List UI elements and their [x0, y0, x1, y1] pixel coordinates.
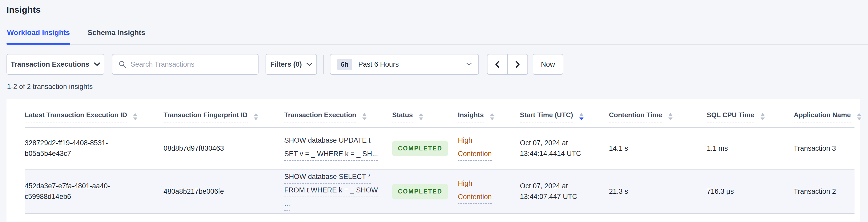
column-header-sql-cpu-time[interactable]: SQL CPU Time — [707, 111, 794, 122]
insights-page: Insights Workload Insights Schema Insigh… — [0, 4, 868, 222]
column-header-label: Start Time (UTC) — [520, 111, 573, 122]
chevron-down-icon — [466, 63, 472, 66]
sort-icons — [669, 113, 673, 120]
transaction-execution-link[interactable]: SET v = _ WHERE k = _ SH... — [284, 149, 378, 161]
page-title: Insights — [6, 4, 868, 15]
time-range-pager — [487, 54, 528, 75]
sort-desc-icon — [761, 118, 765, 120]
sort-asc-icon — [490, 113, 494, 116]
latest-transaction-execution-id-cell: 328729d2-ff19-4408-8531-b05a5b4e43c7 — [25, 138, 163, 159]
sort-desc-icon-active — [579, 118, 584, 120]
sort-asc-icon — [419, 113, 423, 116]
insights-cell: High Contention — [458, 178, 520, 205]
status-badge: COMPLETED — [392, 184, 448, 199]
sort-asc-icon — [254, 113, 258, 116]
sort-desc-icon — [133, 118, 137, 120]
insights-table-card: Latest Transaction Execution ID Transact… — [6, 99, 860, 222]
high-contention-link[interactable]: High — [458, 178, 472, 190]
transaction-execution-link[interactable]: FROM t WHERE k = _ SHOW — [284, 185, 378, 197]
search-box[interactable] — [112, 54, 258, 75]
sort-icons — [857, 113, 861, 120]
sort-icons — [254, 113, 258, 120]
transaction-execution-cell: SHOW database SELECT * FROM t WHERE k = … — [284, 171, 392, 212]
sort-asc-icon — [362, 113, 367, 116]
next-time-range-button[interactable] — [507, 54, 528, 75]
chevron-right-icon — [515, 60, 520, 68]
start-time-cell: Oct 07, 2024 at 13:44:14.4414 UTC — [520, 138, 609, 159]
column-header-transaction-fingerprint-id[interactable]: Transaction Fingerprint ID — [163, 111, 284, 122]
search-icon — [119, 60, 126, 68]
contention-time-cell: 14.1 s — [609, 143, 707, 154]
tab-workload-insights[interactable]: Workload Insights — [6, 29, 70, 44]
filters-dropdown[interactable]: Filters (0) — [266, 54, 317, 75]
sort-icons — [761, 113, 765, 120]
sql-cpu-time-cell: 716.3 µs — [707, 186, 794, 197]
high-contention-link[interactable]: Contention — [458, 149, 492, 161]
sort-desc-icon — [669, 118, 673, 120]
column-header-label: Application Name — [794, 111, 851, 122]
sort-desc-icon — [419, 118, 423, 120]
results-count: 1-2 of 2 transaction insights — [7, 83, 868, 91]
previous-time-range-button[interactable] — [487, 54, 508, 75]
high-contention-link[interactable]: Contention — [458, 192, 492, 204]
sort-asc-icon — [857, 113, 861, 116]
tab-bar: Workload Insights Schema Insights — [6, 29, 868, 44]
column-header-contention-time[interactable]: Contention Time — [609, 111, 707, 122]
table-row: 328729d2-ff19-4408-8531-b05a5b4e43c7 08d… — [25, 128, 855, 169]
sort-asc-icon — [669, 113, 673, 116]
transaction-execution-link[interactable]: SHOW database UPDATE t — [284, 135, 371, 147]
status-cell: COMPLETED — [392, 184, 458, 199]
insights-cell: High Contention — [458, 135, 520, 162]
column-header-label: Contention Time — [609, 111, 662, 122]
column-header-label: Insights — [458, 111, 484, 122]
column-header-latest-transaction-execution-id[interactable]: Latest Transaction Execution ID — [25, 111, 163, 122]
sort-icons — [419, 113, 423, 120]
application-name-cell: Transaction 3 — [794, 143, 855, 154]
time-range-picker[interactable]: 6h Past 6 Hours — [330, 54, 479, 75]
column-header-insights[interactable]: Insights — [458, 111, 520, 122]
column-header-start-time[interactable]: Start Time (UTC) — [520, 111, 609, 122]
tab-schema-insights[interactable]: Schema Insights — [87, 29, 146, 44]
column-header-transaction-execution[interactable]: Transaction Execution — [284, 111, 392, 122]
chevron-left-icon — [495, 60, 500, 68]
sql-cpu-time-cell: 1.1 ms — [707, 143, 794, 154]
transaction-execution-link[interactable]: ... — [284, 198, 290, 211]
transaction-type-dropdown-label: Transaction Executions — [11, 60, 89, 68]
transaction-execution-link[interactable]: SHOW database SELECT * — [284, 171, 371, 184]
column-header-label: Transaction Execution — [284, 111, 356, 122]
sort-icons — [490, 113, 494, 120]
column-header-status[interactable]: Status — [392, 111, 458, 122]
sort-icons — [133, 113, 137, 120]
sort-desc-icon — [490, 118, 494, 120]
transaction-fingerprint-id-cell: 480a8b217be006fe — [163, 186, 284, 197]
sort-icons — [579, 113, 584, 120]
table-header-row: Latest Transaction Execution ID Transact… — [25, 99, 855, 128]
application-name-cell: Transaction 2 — [794, 186, 855, 197]
search-input[interactable] — [130, 60, 253, 68]
high-contention-link[interactable]: High — [458, 135, 472, 147]
status-cell: COMPLETED — [392, 140, 458, 156]
column-header-label: SQL CPU Time — [707, 111, 754, 122]
column-header-label: Transaction Fingerprint ID — [163, 111, 248, 122]
time-range-label: Past 6 Hours — [358, 60, 399, 68]
start-time-cell: Oct 07, 2024 at 13:44:07.447 UTC — [520, 181, 609, 202]
sort-asc-icon — [133, 113, 137, 116]
filters-dropdown-label: Filters (0) — [270, 60, 302, 68]
table-row: 452da3e7-e7fa-4801-aa40-c59988d14eb6 480… — [25, 169, 855, 214]
transaction-type-dropdown[interactable]: Transaction Executions — [6, 54, 104, 75]
chevron-down-icon — [307, 63, 312, 66]
sort-asc-icon — [579, 113, 584, 116]
column-header-label: Status — [392, 111, 413, 122]
controls-divider — [323, 55, 324, 74]
transaction-fingerprint-id-cell: 08d8b7d97f830463 — [163, 143, 284, 154]
sort-desc-icon — [254, 118, 258, 120]
contention-time-cell: 21.3 s — [609, 186, 707, 197]
column-header-application-name[interactable]: Application Name — [794, 111, 855, 122]
sort-icons — [362, 113, 367, 120]
controls-row: Transaction Executions Filters (0) 6h Pa… — [6, 54, 868, 75]
sort-desc-icon — [857, 118, 861, 120]
transaction-execution-cell: SHOW database UPDATE t SET v = _ WHERE k… — [284, 135, 392, 162]
chevron-down-icon — [94, 63, 100, 66]
sort-asc-icon — [761, 113, 765, 116]
now-button[interactable]: Now — [533, 54, 563, 75]
